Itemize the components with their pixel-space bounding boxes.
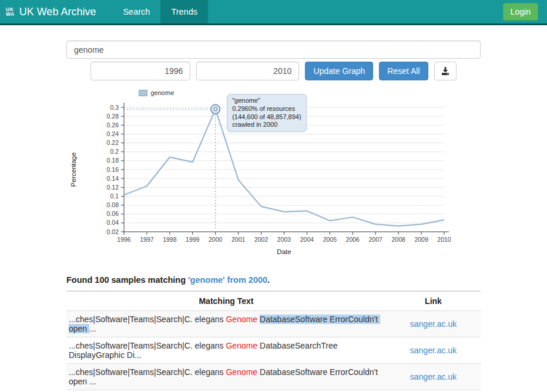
ukwa-logo-icon: UKWA xyxy=(6,7,15,16)
svg-text:0.06: 0.06 xyxy=(106,210,119,217)
table-row: ...ches|Software|Teams|Search|C. elegans… xyxy=(66,311,481,337)
results-header-row: Matching Text Link xyxy=(66,291,481,311)
svg-text:1999: 1999 xyxy=(186,236,200,243)
svg-text:2002: 2002 xyxy=(254,236,268,243)
svg-text:0.18: 0.18 xyxy=(106,157,119,164)
svg-text:2003: 2003 xyxy=(277,236,291,243)
result-link[interactable]: sanger.ac.uk xyxy=(410,372,457,381)
brand-title: UK Web Archive xyxy=(19,6,96,18)
peak-marker-inner xyxy=(213,107,217,111)
matching-text-cell: ...ches|Software|Teams|Search|C. elegans… xyxy=(66,337,386,364)
svg-text:0.2: 0.2 xyxy=(110,148,119,155)
svg-text:0.08: 0.08 xyxy=(106,201,119,208)
chart-tooltip: "genome"0.2960% of resources(144,600 of … xyxy=(227,94,306,132)
svg-text:0.26: 0.26 xyxy=(106,121,119,129)
svg-text:0.04: 0.04 xyxy=(106,219,119,226)
table-row: ...eta-thromboglobulin gene in the human… xyxy=(66,390,481,392)
x-axis-label: Date xyxy=(277,248,291,255)
search-input[interactable] xyxy=(66,40,481,59)
main-nav: Search Trends xyxy=(112,0,208,23)
matching-text-cell: ...ches|Software|Teams|Search|C. elegans… xyxy=(66,311,386,337)
svg-text:2006: 2006 xyxy=(345,236,360,243)
svg-text:1997: 1997 xyxy=(140,236,154,243)
controls-row: Update Graph Reset All xyxy=(66,62,481,80)
svg-text:0.1: 0.1 xyxy=(110,192,119,200)
results-summary-text: Found 100 samples matching xyxy=(66,275,188,285)
legend-label-genome: genome xyxy=(151,89,174,96)
result-link[interactable]: sanger.ac.uk xyxy=(410,346,457,355)
svg-text:0.22: 0.22 xyxy=(106,139,119,146)
chart-legend: genome xyxy=(139,87,479,98)
svg-text:0.02: 0.02 xyxy=(106,228,119,235)
matching-text-cell: ...eta-thromboglobulin gene in the human… xyxy=(66,390,386,392)
results-summary-link[interactable]: 'genome' from 2000 xyxy=(188,275,267,285)
table-row: ...ches|Software|Teams|Search|C. elegans… xyxy=(66,364,481,390)
download-button[interactable] xyxy=(434,62,457,80)
svg-text:0.3: 0.3 xyxy=(110,104,119,111)
results-table: Matching Text Link ...ches|Software|Team… xyxy=(66,290,481,392)
login-button[interactable]: Login xyxy=(503,3,538,21)
col-header-matching-text: Matching Text xyxy=(66,291,386,311)
table-row: ...ches|Software|Teams|Search|C. elegans… xyxy=(66,337,481,364)
svg-text:1998: 1998 xyxy=(163,236,177,243)
navbar: UKWA UK Web Archive Search Trends Login xyxy=(0,0,547,25)
brand[interactable]: UKWA UK Web Archive xyxy=(0,0,102,23)
svg-text:2008: 2008 xyxy=(391,236,405,243)
svg-text:0.28: 0.28 xyxy=(106,113,119,120)
search-row xyxy=(66,40,481,59)
svg-text:1996: 1996 xyxy=(117,236,131,243)
svg-text:2009: 2009 xyxy=(414,236,428,243)
y-axis-label: Percentage xyxy=(70,153,77,187)
svg-text:0.14: 0.14 xyxy=(106,175,119,182)
svg-text:2010: 2010 xyxy=(437,236,451,243)
reset-all-button[interactable]: Reset All xyxy=(379,62,428,80)
results-summary: Found 100 samples matching 'genome' from… xyxy=(66,275,481,285)
year-to-input[interactable] xyxy=(196,62,299,80)
svg-text:0.24: 0.24 xyxy=(106,130,119,137)
svg-text:2004: 2004 xyxy=(300,236,314,243)
main-content: Update Graph Reset All genome 0.020.040.… xyxy=(66,40,481,392)
nav-item-search[interactable]: Search xyxy=(112,0,160,23)
trend-chart[interactable]: genome 0.020.040.060.080.10.120.140.160.… xyxy=(68,87,479,260)
svg-text:2005: 2005 xyxy=(323,236,337,243)
col-header-link: Link xyxy=(386,291,481,311)
result-link[interactable]: sanger.ac.uk xyxy=(410,319,457,329)
svg-text:0.16: 0.16 xyxy=(106,166,119,173)
matching-text-cell: ...ches|Software|Teams|Search|C. elegans… xyxy=(66,364,386,390)
update-graph-button[interactable]: Update Graph xyxy=(305,62,373,80)
download-icon xyxy=(441,66,450,76)
svg-text:0.12: 0.12 xyxy=(106,184,119,191)
legend-swatch-genome xyxy=(139,90,147,96)
svg-text:2007: 2007 xyxy=(368,236,382,243)
nav-item-trends[interactable]: Trends xyxy=(160,0,208,23)
svg-text:2001: 2001 xyxy=(231,236,245,243)
year-from-input[interactable] xyxy=(90,62,190,80)
svg-text:2000: 2000 xyxy=(209,236,223,243)
results-summary-period: . xyxy=(267,275,270,285)
